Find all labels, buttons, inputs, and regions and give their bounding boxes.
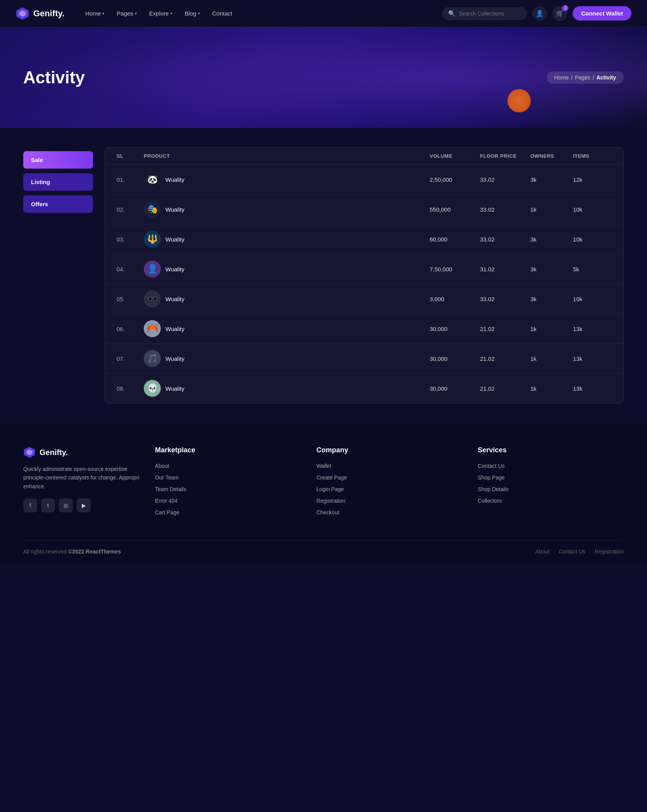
- filter-sale-button[interactable]: Sale: [23, 151, 93, 169]
- nav-pages[interactable]: Pages ▾: [111, 7, 142, 20]
- footer-link-checkout[interactable]: Checkout: [317, 509, 463, 515]
- product-cell: 🎭 Wuality: [144, 201, 430, 218]
- row-sl: 07.: [117, 355, 144, 362]
- row-owners: 1k: [530, 206, 573, 213]
- social-twitter[interactable]: t: [41, 498, 55, 512]
- row-items: 10k: [573, 206, 612, 213]
- table-row[interactable]: 08. 💀 Wuality 30,000 21.02 1k 13k: [105, 374, 623, 403]
- row-floor-price: 33.02: [480, 206, 530, 213]
- footer-logo-icon: [23, 446, 36, 459]
- table-row[interactable]: 04. 👤 Wuality 7,50,000 31.02 3k 5k: [105, 254, 623, 284]
- table-row[interactable]: 07. 🎵 Wuality 30,000 21.02 1k 13k: [105, 344, 623, 374]
- footer-company-title: Company: [317, 446, 463, 454]
- row-sl: 06.: [117, 326, 144, 332]
- row-owners: 3k: [530, 296, 573, 302]
- logo-icon: [15, 7, 29, 21]
- footer-logo[interactable]: Genifty.: [23, 446, 139, 459]
- footer-bottom-contact[interactable]: Contact Us: [559, 548, 585, 555]
- profile-button[interactable]: 👤: [532, 6, 547, 21]
- nav-contact[interactable]: Contact: [207, 7, 238, 20]
- row-owners: 1k: [530, 385, 573, 392]
- social-facebook[interactable]: f: [23, 498, 37, 512]
- copyright-text: All rights reserved ©2022 ReactThemes: [23, 548, 121, 555]
- avatar: 🐼: [144, 171, 161, 188]
- footer: Genifty. Quickly administrate open-sourc…: [0, 423, 647, 562]
- table-row[interactable]: 06. 🦰 Wuality 30,000 21.02 1k 13k: [105, 314, 623, 344]
- product-cell: 🐼 Wuality: [144, 171, 430, 188]
- row-floor-price: 21.02: [480, 326, 530, 332]
- footer-marketplace-title: Marketplace: [155, 446, 301, 454]
- product-name: Wuality: [165, 236, 184, 243]
- footer-link-registration[interactable]: Registration: [317, 498, 463, 504]
- activity-table: SL PRODUCT VOLUME FLOOR PRICE OWNERS ITE…: [105, 147, 624, 403]
- table-row[interactable]: 02. 🎭 Wuality 550,000 33.02 1k 10k: [105, 195, 623, 224]
- nav-blog[interactable]: Blog ▾: [179, 7, 205, 20]
- avatar: 🔱: [144, 231, 161, 248]
- cart-badge: 3: [562, 5, 568, 11]
- footer-bottom-links: About Contact Us Registration: [535, 548, 624, 555]
- row-volume: 30,000: [430, 326, 480, 332]
- footer-link-team-details[interactable]: Team Details: [155, 486, 301, 492]
- filter-offers-button[interactable]: Offers: [23, 195, 93, 213]
- row-items: 13k: [573, 385, 612, 392]
- row-floor-price: 33.02: [480, 296, 530, 302]
- facebook-icon: f: [29, 502, 31, 509]
- search-box[interactable]: 🔍: [442, 7, 527, 20]
- search-input[interactable]: [459, 10, 521, 17]
- table-row[interactable]: 05. 🕶️ Wuality 3,000 33.02 3k 10k: [105, 284, 623, 314]
- row-items: 13k: [573, 355, 612, 362]
- footer-link-shop-page[interactable]: Shop Page: [478, 474, 624, 481]
- footer-link-wallet[interactable]: Wallet: [317, 463, 463, 469]
- chevron-down-icon: ▾: [135, 11, 137, 16]
- search-icon: 🔍: [448, 10, 456, 17]
- col-items: ITEMS: [573, 153, 612, 159]
- twitter-icon: t: [47, 502, 49, 509]
- col-volume: VOLUME: [430, 153, 480, 159]
- product-name: Wuality: [165, 176, 184, 183]
- table-header: SL PRODUCT VOLUME FLOOR PRICE OWNERS ITE…: [105, 148, 623, 165]
- row-owners: 1k: [530, 326, 573, 332]
- row-floor-price: 33.02: [480, 236, 530, 243]
- nav-right: 🔍 👤 🛒 3 Connect Wallet: [442, 6, 632, 21]
- footer-link-login-page[interactable]: Login Page: [317, 486, 463, 492]
- nav-home[interactable]: Home ▾: [80, 7, 110, 20]
- footer-link-collectors[interactable]: Collectors: [478, 498, 624, 504]
- footer-link-error404[interactable]: Error 404: [155, 498, 301, 504]
- cart-button[interactable]: 🛒 3: [552, 6, 567, 21]
- row-owners: 3k: [530, 176, 573, 183]
- footer-link-shop-details[interactable]: Shop Details: [478, 486, 624, 492]
- filter-listing-button[interactable]: Listing: [23, 173, 93, 191]
- footer-link-create-page[interactable]: Create Page: [317, 474, 463, 481]
- footer-link-our-team[interactable]: Our Team: [155, 474, 301, 481]
- row-sl: 04.: [117, 266, 144, 272]
- product-cell: 🎵 Wuality: [144, 350, 430, 367]
- social-instagram[interactable]: ◎: [59, 498, 73, 512]
- footer-link-cart-page[interactable]: Cart Page: [155, 509, 301, 515]
- table-row[interactable]: 03. 🔱 Wuality 60,000 33.02 3k 10k: [105, 224, 623, 254]
- col-product: PRODUCT: [144, 153, 430, 159]
- logo-text: Genifty.: [33, 9, 64, 19]
- breadcrumb-pages[interactable]: Pages: [575, 74, 590, 81]
- connect-wallet-button[interactable]: Connect Wallet: [573, 6, 632, 21]
- footer-services-title: Services: [478, 446, 624, 454]
- row-owners: 3k: [530, 266, 573, 272]
- hero-banner: Activity Home / Pages / Activity: [0, 27, 647, 128]
- product-name: Wuality: [165, 385, 184, 392]
- breadcrumb-home[interactable]: Home: [554, 74, 569, 81]
- logo[interactable]: Genifty.: [15, 7, 64, 21]
- nav-explore[interactable]: Explore ▾: [144, 7, 178, 20]
- main-content: Sale Listing Offers SL PRODUCT VOLUME FL…: [0, 128, 647, 423]
- footer-bottom-registration[interactable]: Registration: [595, 548, 624, 555]
- row-volume: 550,000: [430, 206, 480, 213]
- row-volume: 30,000: [430, 355, 480, 362]
- footer-link-about[interactable]: About: [155, 463, 301, 469]
- footer-link-contact-us[interactable]: Contact Us: [478, 463, 624, 469]
- footer-bottom-about[interactable]: About: [535, 548, 549, 555]
- product-name: Wuality: [165, 206, 184, 213]
- social-youtube[interactable]: ▶: [77, 498, 91, 512]
- table-row[interactable]: 01. 🐼 Wuality 2,50,000 33.02 3k 12k: [105, 165, 623, 195]
- avatar: 🕶️: [144, 290, 161, 307]
- row-items: 10k: [573, 236, 612, 243]
- footer-logo-text: Genifty.: [40, 448, 68, 457]
- footer-services-col: Services Contact Us Shop Page Shop Detai…: [478, 446, 624, 521]
